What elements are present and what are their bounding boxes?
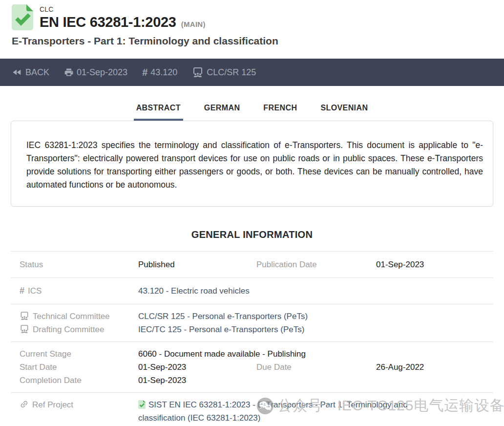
chain-link-icon bbox=[20, 400, 29, 409]
tab-slovenian[interactable]: SLOVENIAN bbox=[318, 99, 370, 121]
current-stage-value: 6060 - Document made available - Publish… bbox=[138, 347, 493, 361]
ref-project-link[interactable]: SIST EN IEC 63281-1:2023 - E-Transporter… bbox=[138, 400, 408, 423]
ics-label: # ICS bbox=[20, 284, 138, 298]
ref-project-label: Ref Project bbox=[20, 398, 138, 425]
people-group-icon bbox=[20, 324, 29, 334]
table-row-stage: Current Stage 6060 - Document made avail… bbox=[11, 341, 493, 392]
committee-label: CLC/SR 125 bbox=[207, 67, 256, 78]
status-label: Status bbox=[20, 258, 138, 271]
start-date-value: 01-Sep-2023 bbox=[138, 361, 256, 374]
technical-committee-label: Technical Committee bbox=[20, 310, 138, 323]
fast-rewind-icon bbox=[12, 67, 22, 78]
document-subtitle: E-Transporters - Part 1: Terminology and… bbox=[12, 35, 492, 47]
ref-project-value: SIST EN IEC 63281-1:2023 - E-Transporter… bbox=[138, 398, 451, 425]
print-date-button[interactable]: 01-Sep-2023 bbox=[64, 67, 127, 78]
people-group-icon bbox=[20, 311, 29, 320]
print-date-label: 01-Sep-2023 bbox=[77, 67, 127, 78]
printer-icon bbox=[64, 67, 74, 77]
general-information-table: Status Published Publication Date 01-Sep… bbox=[11, 251, 493, 426]
tab-abstract[interactable]: ABSTRACT bbox=[134, 99, 183, 121]
agency-label: CLC bbox=[40, 5, 206, 13]
completion-date-value: 01-Sep-2023 bbox=[138, 374, 256, 387]
language-tabs: ABSTRACT GERMAN FRENCH SLOVENIAN bbox=[0, 99, 504, 121]
technical-committee-value-link[interactable]: CLC/SR 125 - Personal e-Transporters (Pe… bbox=[138, 310, 493, 323]
table-row-ref-project: Ref Project SIST EN IEC 63281-1:2023 - E… bbox=[11, 392, 493, 426]
current-stage-label: Current Stage bbox=[20, 347, 138, 361]
start-date-label: Start Date bbox=[20, 361, 138, 374]
status-value: Published bbox=[138, 258, 256, 271]
page-title: EN IEC 63281-1:2023 bbox=[40, 14, 176, 30]
drafting-committee-value-link[interactable]: IEC/TC 125 - Personal e-Transporters (Pe… bbox=[138, 323, 493, 336]
general-information-heading: GENERAL INFORMATION bbox=[0, 229, 504, 240]
publication-date-value: 01-Sep-2023 bbox=[376, 258, 493, 271]
hash-icon: # bbox=[20, 286, 24, 296]
committee-chip[interactable]: CLC/SR 125 bbox=[192, 67, 256, 78]
table-row-ics: # ICS 43.120 - Electric road vehicles bbox=[11, 277, 493, 304]
ics-code-label: 43.120 bbox=[150, 67, 177, 78]
back-label: BACK bbox=[25, 67, 49, 78]
abstract-text: IEC 63281-1:2023 specifies the terminolo… bbox=[26, 139, 483, 192]
ics-value-link[interactable]: 43.120 - Electric road vehicles bbox=[138, 284, 493, 298]
completion-date-label: Completion Date bbox=[20, 374, 138, 387]
page-header: CLC EN IEC 63281-1:2023 (MAIN) E-Transpo… bbox=[0, 0, 504, 47]
due-date-value: 26-Aug-2022 bbox=[376, 361, 493, 374]
hash-icon: # bbox=[142, 67, 147, 78]
back-button[interactable]: BACK bbox=[12, 67, 49, 78]
abstract-card: IEC 63281-1:2023 specifies the terminolo… bbox=[11, 121, 493, 207]
main-tag: (MAIN) bbox=[181, 20, 206, 28]
toolbar: BACK 01-Sep-2023 # 43.120 CLC/SR 125 bbox=[0, 59, 504, 86]
table-row-status: Status Published Publication Date 01-Sep… bbox=[11, 251, 493, 277]
tab-german[interactable]: GERMAN bbox=[202, 99, 243, 121]
people-group-icon bbox=[192, 67, 204, 78]
table-row-committees: Technical Committee CLC/SR 125 - Persona… bbox=[11, 304, 493, 341]
publication-date-label: Publication Date bbox=[256, 258, 376, 271]
tab-french[interactable]: FRENCH bbox=[261, 99, 299, 121]
ics-chip[interactable]: # 43.120 bbox=[142, 67, 177, 78]
document-status-icon bbox=[138, 400, 146, 409]
drafting-committee-label: Drafting Committee bbox=[20, 323, 138, 336]
due-date-label: Due Date bbox=[256, 361, 376, 374]
document-status-icon bbox=[12, 4, 33, 30]
